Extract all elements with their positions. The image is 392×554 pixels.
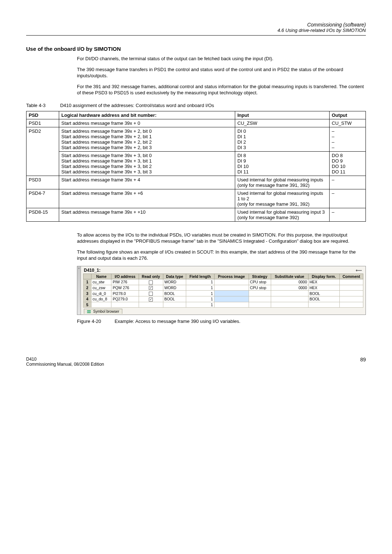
comment-cell[interactable] [339,279,363,285]
col-io[interactable]: I/O address [111,274,139,279]
paragraph: The 390 message frame transfers in PSD1 … [77,66,366,79]
comment-cell[interactable] [339,296,363,302]
io-cell[interactable]: PIW 276 [111,279,139,285]
processimage-cell[interactable] [214,285,249,291]
cell: PSD3 [26,176,59,189]
table-row: PSD8-15 Start address message frame 39x … [26,208,366,221]
panel-drag-bar[interactable]: × [77,266,81,315]
paragraph: For DI/DO channels, the terminal status … [77,56,366,62]
display-cell[interactable]: HEX [308,279,339,285]
col-name[interactable]: Name [91,274,111,279]
subvalue-cell[interactable]: 0000 [271,285,308,291]
header-subtitle: 4.6 Using drive-related I/Os by SIMOTION [26,28,366,33]
readonly-cell[interactable] [139,279,163,285]
col-cm[interactable]: Comment [339,274,363,279]
close-icon[interactable]: × [78,267,80,270]
rownum-cell[interactable]: 3 [83,291,91,296]
display-cell[interactable] [308,302,339,307]
col-sv[interactable]: Substitute value [271,274,308,279]
rownum-cell[interactable]: 4 [83,296,91,302]
display-cell[interactable]: BOOL [308,291,339,296]
comment-cell[interactable] [339,285,363,291]
table-row: Start address message frame 39x + 3, bit… [26,151,366,176]
fieldlength-cell[interactable]: 1 [186,291,214,296]
datatype-cell[interactable]: BOOL [163,296,186,302]
io-cell[interactable]: PI278.0 [111,291,139,296]
subvalue-cell[interactable] [271,291,308,296]
io-variables-grid[interactable]: Name I/O address Read only Data type Fie… [83,274,363,308]
io-cell[interactable]: PQ279.0 [111,296,139,302]
subvalue-cell[interactable] [271,296,308,302]
cell: Used internal for global measuring input… [235,208,330,221]
name-cell[interactable]: cu_do_8 [91,296,111,302]
datatype-cell[interactable]: WORD [163,279,186,285]
fieldlength-cell[interactable]: 1 [186,302,214,307]
grid-row[interactable]: 1cu_stwPIW 276WORD1CPU stop0000HEX [83,279,363,285]
table-row: PSD4-7 Start address message frame 39x +… [26,189,366,208]
subvalue-cell[interactable]: 0000 [271,279,308,285]
checkbox-icon[interactable]: ✓ [149,286,153,290]
io-cell[interactable] [111,302,139,307]
processimage-cell[interactable] [214,291,249,296]
grid-row[interactable]: 4cu_do_8PQ279.0✓BOOL1BOOL [83,296,363,302]
strategy-cell[interactable] [249,291,271,296]
strategy-cell[interactable]: CPU stop [249,285,271,291]
footer-product: D410 [26,357,104,362]
arrow-left-icon[interactable]: ⟵ [356,268,363,273]
fieldlength-cell[interactable]: 1 [186,279,214,285]
grid-row[interactable]: 51 [83,302,363,307]
datatype-cell[interactable]: WORD [163,285,186,291]
grid-row[interactable]: 3cu_di_0PI278.0BOOL1BOOL [83,291,363,296]
rownum-cell[interactable]: 2 [83,285,91,291]
fieldlength-cell[interactable]: 1 [186,296,214,302]
name-cell[interactable]: cu_zsw [91,285,111,291]
processimage-cell[interactable] [214,296,249,302]
col-fl[interactable]: Field length [186,274,214,279]
line: DI 8 [237,153,327,158]
datatype-cell[interactable] [163,302,186,307]
cell: PSD2 [26,127,59,176]
rownum-cell[interactable]: 5 [83,302,91,307]
datatype-cell[interactable]: BOOL [163,291,186,296]
processimage-cell[interactable] [214,279,249,285]
strategy-cell[interactable] [249,296,271,302]
tab-symbol-browser[interactable]: Symbol browser [84,309,122,314]
tab-label: Symbol browser [93,309,119,313]
comment-cell[interactable] [339,291,363,296]
col-ro[interactable]: Read only [139,274,163,279]
display-cell[interactable]: BOOL [308,296,339,302]
line: – [332,139,363,145]
col-rownum [83,274,91,279]
io-cell[interactable]: PQW 276 [111,285,139,291]
table-row: PSD2 Start address message frame 39x + 2… [26,127,366,151]
comment-cell[interactable] [339,302,363,307]
fieldlength-cell[interactable]: 1 [186,285,214,291]
col-psd: PSD [26,111,59,119]
checkbox-icon[interactable]: ✓ [149,297,153,301]
line: DO 8 [332,153,363,158]
line: DI 10 [237,164,327,169]
line: DO 10 [332,164,363,169]
processimage-cell[interactable] [214,302,249,307]
line: Used internal for global measuring input… [237,190,327,201]
checkbox-icon[interactable] [149,280,153,284]
readonly-cell[interactable] [139,291,163,296]
readonly-cell[interactable]: ✓ [139,296,163,302]
col-pi[interactable]: Process image [214,274,249,279]
display-cell[interactable]: HEX [308,285,339,291]
grid-row[interactable]: 2cu_zswPQW 276✓WORD1CPU stop0000HEX [83,285,363,291]
col-df[interactable]: Display form. [308,274,339,279]
strategy-cell[interactable]: CPU stop [249,279,271,285]
readonly-cell[interactable] [139,302,163,307]
name-cell[interactable]: cu_stw [91,279,111,285]
name-cell[interactable] [91,302,111,307]
strategy-cell[interactable] [249,302,271,307]
subvalue-cell[interactable] [271,302,308,307]
col-dt[interactable]: Data type [163,274,186,279]
cell: – [330,189,366,208]
checkbox-icon[interactable] [149,292,153,296]
rownum-cell[interactable]: 1 [83,279,91,285]
name-cell[interactable]: cu_di_0 [91,291,111,296]
readonly-cell[interactable]: ✓ [139,285,163,291]
col-st[interactable]: Strategy [249,274,271,279]
